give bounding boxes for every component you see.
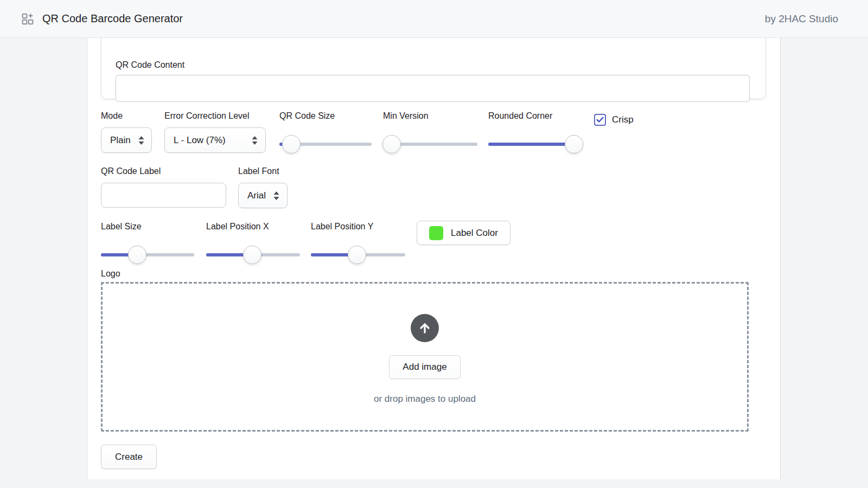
label-font-field: Label Font Arial: [238, 166, 288, 208]
slider-thumb[interactable]: [128, 246, 146, 264]
create-button[interactable]: Create: [101, 445, 157, 469]
label-font-select[interactable]: Arial: [238, 183, 288, 208]
crisp-checkbox[interactable]: [594, 114, 606, 126]
logo-label: Logo: [101, 269, 120, 279]
label-color-button[interactable]: Label Color: [417, 221, 510, 245]
qr-size-field: QR Code Size: [279, 111, 372, 153]
mode-select[interactable]: Plain: [101, 127, 152, 153]
drop-hint-text: or drop images to upload: [374, 394, 476, 404]
arrow-up-icon: [411, 314, 439, 342]
slider-thumb[interactable]: [565, 135, 583, 153]
slider-fill: [488, 143, 574, 146]
qr-content-input[interactable]: [116, 75, 750, 102]
add-image-button[interactable]: Add image: [389, 355, 460, 379]
error-correction-value: L - Low (7%): [174, 135, 226, 146]
label-pos-x-slider[interactable]: [206, 246, 300, 264]
mode-label: Mode: [101, 111, 152, 121]
label-size-label: Label Size: [101, 222, 194, 232]
label-pos-y-field: Label Position Y: [311, 222, 405, 264]
stepper-icon: [138, 136, 144, 145]
rounded-corner-label: Rounded Corner: [488, 111, 583, 121]
label-size-slider[interactable]: [101, 246, 194, 264]
qr-label-label: QR Code Label: [101, 166, 226, 176]
qr-label-input[interactable]: [101, 183, 226, 208]
label-color-swatch: [429, 226, 443, 240]
label-color-label: Label Color: [451, 228, 498, 239]
logo-dropzone[interactable]: Add image or drop images to upload: [101, 282, 749, 432]
stepper-icon: [273, 191, 279, 200]
page-title: QR Code Barcode Generator: [42, 12, 183, 25]
grid-plus-icon: [22, 13, 34, 25]
label-pos-x-label: Label Position X: [206, 222, 300, 232]
error-correction-label: Error Correction Level: [164, 111, 266, 121]
app-header: QR Code Barcode Generator by 2HAC Studio: [0, 0, 868, 38]
qr-size-slider[interactable]: [279, 135, 372, 153]
rounded-corner-slider[interactable]: [488, 135, 583, 153]
mode-field: Mode Plain: [101, 111, 152, 153]
qr-label-field: QR Code Label: [101, 166, 226, 208]
qr-size-label: QR Code Size: [279, 111, 372, 121]
check-icon: [596, 117, 604, 123]
rounded-corner-field: Rounded Corner: [488, 111, 583, 153]
label-font-value: Arial: [247, 190, 266, 201]
label-pos-y-slider[interactable]: [311, 246, 405, 264]
label-pos-y-label: Label Position Y: [311, 222, 405, 232]
byline: by 2HAC Studio: [765, 13, 838, 25]
qr-content-card: QR Code Content: [101, 38, 766, 99]
slider-thumb[interactable]: [243, 246, 261, 264]
label-size-field: Label Size: [101, 222, 194, 264]
mode-value: Plain: [110, 135, 131, 146]
crisp-label: Crisp: [612, 114, 634, 125]
error-correction-select[interactable]: L - Low (7%): [164, 127, 266, 153]
slider-thumb[interactable]: [382, 135, 401, 153]
min-version-slider[interactable]: [383, 135, 477, 153]
label-font-label: Label Font: [238, 166, 288, 176]
stepper-icon: [252, 136, 258, 145]
min-version-field: Min Version: [383, 111, 477, 153]
min-version-label: Min Version: [383, 111, 477, 121]
label-pos-x-field: Label Position X: [206, 222, 300, 264]
crisp-field: Crisp: [594, 114, 634, 126]
slider-thumb[interactable]: [348, 246, 366, 264]
slider-thumb[interactable]: [282, 135, 301, 153]
qr-content-label: QR Code Content: [116, 60, 750, 70]
error-correction-field: Error Correction Level L - Low (7%): [164, 111, 266, 153]
main-panel: QR Code Content Mode Plain Error Correct…: [87, 38, 781, 479]
